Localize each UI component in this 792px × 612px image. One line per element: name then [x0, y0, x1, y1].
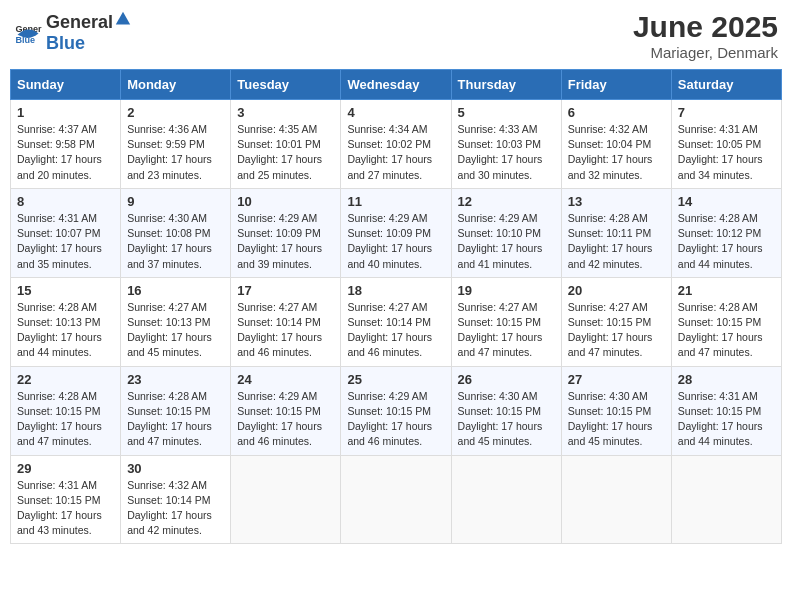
day-number: 30 — [127, 461, 224, 476]
daylight: Daylight: 17 hours and 41 minutes. — [458, 242, 543, 269]
day-info: Sunrise: 4:28 AM Sunset: 10:15 PM Daylig… — [678, 300, 775, 361]
day-info: Sunrise: 4:37 AM Sunset: 9:58 PM Dayligh… — [17, 122, 114, 183]
day-number: 14 — [678, 194, 775, 209]
day-number: 10 — [237, 194, 334, 209]
day-info: Sunrise: 4:27 AM Sunset: 10:13 PM Daylig… — [127, 300, 224, 361]
table-row: 20 Sunrise: 4:27 AM Sunset: 10:15 PM Day… — [561, 277, 671, 366]
table-row: 1 Sunrise: 4:37 AM Sunset: 9:58 PM Dayli… — [11, 100, 121, 189]
day-number: 13 — [568, 194, 665, 209]
col-saturday: Saturday — [671, 70, 781, 100]
sunrise: Sunrise: 4:29 AM — [347, 212, 427, 224]
sunset: Sunset: 9:59 PM — [127, 138, 205, 150]
day-info: Sunrise: 4:31 AM Sunset: 10:07 PM Daylig… — [17, 211, 114, 272]
logo-general: General — [46, 12, 113, 33]
table-row: 19 Sunrise: 4:27 AM Sunset: 10:15 PM Day… — [451, 277, 561, 366]
sunset: Sunset: 10:15 PM — [127, 405, 210, 417]
daylight: Daylight: 17 hours and 45 minutes. — [458, 420, 543, 447]
sunset: Sunset: 10:01 PM — [237, 138, 320, 150]
day-number: 22 — [17, 372, 114, 387]
table-row — [231, 455, 341, 544]
sunrise: Sunrise: 4:27 AM — [237, 301, 317, 313]
table-row: 9 Sunrise: 4:30 AM Sunset: 10:08 PM Dayl… — [121, 188, 231, 277]
table-row: 24 Sunrise: 4:29 AM Sunset: 10:15 PM Day… — [231, 366, 341, 455]
calendar-header-row: Sunday Monday Tuesday Wednesday Thursday… — [11, 70, 782, 100]
day-info: Sunrise: 4:27 AM Sunset: 10:14 PM Daylig… — [347, 300, 444, 361]
sunrise: Sunrise: 4:29 AM — [347, 390, 427, 402]
daylight: Daylight: 17 hours and 35 minutes. — [17, 242, 102, 269]
sunset: Sunset: 10:10 PM — [458, 227, 541, 239]
table-row — [451, 455, 561, 544]
day-number: 21 — [678, 283, 775, 298]
table-row: 29 Sunrise: 4:31 AM Sunset: 10:15 PM Day… — [11, 455, 121, 544]
sunset: Sunset: 10:15 PM — [568, 316, 651, 328]
col-tuesday: Tuesday — [231, 70, 341, 100]
sunset: Sunset: 10:14 PM — [237, 316, 320, 328]
day-number: 26 — [458, 372, 555, 387]
sunset: Sunset: 10:09 PM — [347, 227, 430, 239]
sunset: Sunset: 10:05 PM — [678, 138, 761, 150]
day-info: Sunrise: 4:29 AM Sunset: 10:15 PM Daylig… — [347, 389, 444, 450]
sunset: Sunset: 10:15 PM — [678, 316, 761, 328]
sunrise: Sunrise: 4:29 AM — [237, 212, 317, 224]
day-number: 20 — [568, 283, 665, 298]
table-row: 28 Sunrise: 4:31 AM Sunset: 10:15 PM Day… — [671, 366, 781, 455]
table-row — [341, 455, 451, 544]
sunset: Sunset: 10:15 PM — [347, 405, 430, 417]
sunrise: Sunrise: 4:30 AM — [458, 390, 538, 402]
day-number: 28 — [678, 372, 775, 387]
day-number: 25 — [347, 372, 444, 387]
day-info: Sunrise: 4:28 AM Sunset: 10:15 PM Daylig… — [17, 389, 114, 450]
table-row — [671, 455, 781, 544]
sunset: Sunset: 10:15 PM — [458, 316, 541, 328]
sunset: Sunset: 10:14 PM — [127, 494, 210, 506]
calendar-table: Sunday Monday Tuesday Wednesday Thursday… — [10, 69, 782, 544]
sunset: Sunset: 10:15 PM — [678, 405, 761, 417]
sunrise: Sunrise: 4:31 AM — [17, 479, 97, 491]
table-row: 14 Sunrise: 4:28 AM Sunset: 10:12 PM Day… — [671, 188, 781, 277]
table-row: 18 Sunrise: 4:27 AM Sunset: 10:14 PM Day… — [341, 277, 451, 366]
daylight: Daylight: 17 hours and 47 minutes. — [568, 331, 653, 358]
table-row: 13 Sunrise: 4:28 AM Sunset: 10:11 PM Day… — [561, 188, 671, 277]
table-row: 25 Sunrise: 4:29 AM Sunset: 10:15 PM Day… — [341, 366, 451, 455]
daylight: Daylight: 17 hours and 34 minutes. — [678, 153, 763, 180]
day-info: Sunrise: 4:28 AM Sunset: 10:15 PM Daylig… — [127, 389, 224, 450]
logo: General Blue General Blue — [14, 10, 133, 54]
day-number: 19 — [458, 283, 555, 298]
sunrise: Sunrise: 4:28 AM — [127, 390, 207, 402]
daylight: Daylight: 17 hours and 46 minutes. — [237, 420, 322, 447]
day-number: 16 — [127, 283, 224, 298]
col-monday: Monday — [121, 70, 231, 100]
table-row: 17 Sunrise: 4:27 AM Sunset: 10:14 PM Day… — [231, 277, 341, 366]
sunrise: Sunrise: 4:27 AM — [458, 301, 538, 313]
col-friday: Friday — [561, 70, 671, 100]
daylight: Daylight: 17 hours and 42 minutes. — [127, 509, 212, 536]
table-row: 30 Sunrise: 4:32 AM Sunset: 10:14 PM Day… — [121, 455, 231, 544]
table-row: 26 Sunrise: 4:30 AM Sunset: 10:15 PM Day… — [451, 366, 561, 455]
sunset: Sunset: 10:07 PM — [17, 227, 100, 239]
day-info: Sunrise: 4:29 AM Sunset: 10:15 PM Daylig… — [237, 389, 334, 450]
table-row: 3 Sunrise: 4:35 AM Sunset: 10:01 PM Dayl… — [231, 100, 341, 189]
sunrise: Sunrise: 4:28 AM — [678, 212, 758, 224]
day-number: 5 — [458, 105, 555, 120]
day-info: Sunrise: 4:30 AM Sunset: 10:15 PM Daylig… — [568, 389, 665, 450]
table-row: 11 Sunrise: 4:29 AM Sunset: 10:09 PM Day… — [341, 188, 451, 277]
sunrise: Sunrise: 4:32 AM — [127, 479, 207, 491]
sunrise: Sunrise: 4:28 AM — [678, 301, 758, 313]
day-number: 9 — [127, 194, 224, 209]
day-info: Sunrise: 4:29 AM Sunset: 10:09 PM Daylig… — [237, 211, 334, 272]
sunset: Sunset: 10:15 PM — [237, 405, 320, 417]
day-number: 2 — [127, 105, 224, 120]
sunrise: Sunrise: 4:35 AM — [237, 123, 317, 135]
daylight: Daylight: 17 hours and 44 minutes. — [678, 242, 763, 269]
sunset: Sunset: 10:13 PM — [127, 316, 210, 328]
title-block: June 2025 Mariager, Denmark — [633, 10, 778, 61]
sunset: Sunset: 10:03 PM — [458, 138, 541, 150]
daylight: Daylight: 17 hours and 25 minutes. — [237, 153, 322, 180]
sunset: Sunset: 9:58 PM — [17, 138, 95, 150]
sunrise: Sunrise: 4:30 AM — [568, 390, 648, 402]
daylight: Daylight: 17 hours and 40 minutes. — [347, 242, 432, 269]
daylight: Daylight: 17 hours and 47 minutes. — [458, 331, 543, 358]
page-header: General Blue General Blue June 2025 Mari… — [10, 10, 782, 61]
sunset: Sunset: 10:02 PM — [347, 138, 430, 150]
daylight: Daylight: 17 hours and 42 minutes. — [568, 242, 653, 269]
